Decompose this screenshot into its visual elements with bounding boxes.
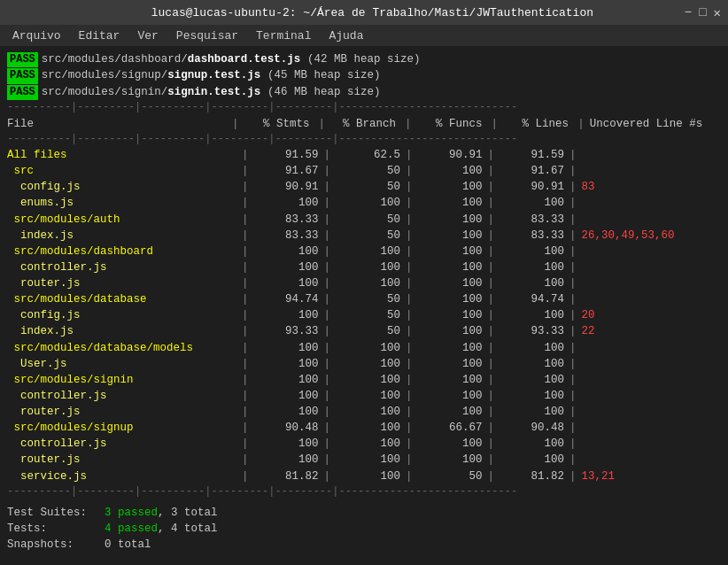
table-row-15: controller.js|100|100|100|100|: [7, 388, 721, 404]
table-row-7: controller.js|100|100|100|100|: [7, 259, 721, 275]
table-row-19: router.js|100|100|100|100|: [7, 452, 721, 468]
maximize-btn[interactable]: □: [699, 5, 706, 20]
terminal-body: PASS src/modules/dashboard/dashboard.tes…: [0, 46, 728, 565]
table-row-3: enums.js|100|100|100|100|: [7, 195, 721, 211]
summary-suites: Test Suites: 3 passed , 3 total: [7, 505, 721, 521]
table-row-4: src/modules/auth|83.33|50|100|83.33|: [7, 212, 721, 228]
cell-file-5: index.js: [7, 228, 242, 244]
suites-value: 3 passed: [105, 505, 158, 521]
minimize-btn[interactable]: −: [685, 5, 692, 20]
cell-uncovered-10: 20: [577, 307, 718, 323]
table-row-6: src/modules/dashboard|100|100|100|100|: [7, 244, 721, 259]
cell-file-0: All files: [7, 147, 242, 163]
table-row-9: src/modules/database|94.74|50|100|94.74|: [7, 291, 721, 307]
cell-file-6: src/modules/dashboard: [7, 244, 242, 259]
cell-uncovered-2: 83: [577, 179, 718, 195]
cell-uncovered-20: 13,21: [577, 468, 718, 484]
pass-line-0: PASS src/modules/dashboard/dashboard.tes…: [7, 51, 721, 67]
title-bar-title: lucas@lucas-ubuntu-2: ~/Área de Trabalho…: [151, 6, 593, 19]
table-row-12: src/modules/database/models|100|100|100|…: [7, 340, 721, 356]
cell-file-16: router.js: [7, 404, 242, 420]
cell-uncovered-5: 26,30,49,53,60: [577, 228, 718, 244]
tests-total: , 4 total: [158, 521, 218, 537]
table-row-11: index.js|93.33|50|100|93.33|22: [7, 323, 721, 339]
menu-editar[interactable]: Editar: [72, 28, 128, 43]
cell-file-15: controller.js: [7, 388, 242, 404]
pass-badge-2: PASS: [7, 85, 38, 100]
pass-badge-0: PASS: [7, 52, 38, 67]
summary-snapshots: Snapshots: 0 total: [7, 537, 721, 553]
cell-file-19: router.js: [7, 452, 242, 468]
table-row-2: config.js|90.91|50|100|90.91|83: [7, 179, 721, 195]
table-row-20: service.js|81.82|100|50|81.82|13,21: [7, 468, 721, 484]
cell-file-18: controller.js: [7, 436, 242, 452]
suites-total: , 3 total: [158, 505, 218, 521]
menu-pesquisar[interactable]: Pesquisar: [169, 28, 245, 43]
cell-file-7: controller.js: [7, 259, 242, 275]
tests-label: Tests:: [7, 521, 105, 537]
pass-text-1: src/modules/signup/signup.test.js (45 MB…: [42, 67, 381, 83]
menu-terminal[interactable]: Terminal: [249, 28, 318, 43]
menu-bar: Arquivo Editar Ver Pesquisar Terminal Aj…: [0, 25, 728, 46]
header-lines: % Lines: [500, 116, 576, 132]
snapshots-value: 0 total: [105, 537, 151, 553]
cell-file-4: src/modules/auth: [7, 212, 242, 228]
cell-file-9: src/modules/database: [7, 291, 242, 307]
cell-file-11: index.js: [7, 323, 242, 339]
cell-file-12: src/modules/database/models: [7, 340, 242, 356]
table-row-1: src|91.67|50|100|91.67|: [7, 163, 721, 179]
table-rows-container: All files|91.59|62.5|90.91|91.59| src|91…: [7, 147, 721, 484]
suites-label: Test Suites:: [7, 505, 105, 521]
header-branch: % Branch: [327, 116, 403, 132]
cell-file-20: service.js: [7, 468, 242, 484]
table-row-16: router.js|100|100|100|100|: [7, 404, 721, 420]
table-row-13: User.js|100|100|100|100|: [7, 356, 721, 372]
cell-file-1: src: [7, 163, 242, 179]
close-btn[interactable]: ✕: [714, 5, 721, 20]
header-file: File: [7, 116, 230, 132]
cell-file-2: config.js: [7, 179, 242, 195]
table-row-14: src/modules/signin|100|100|100|100|: [7, 372, 721, 388]
cell-file-10: config.js: [7, 307, 242, 323]
divider-mid: ----------|---------|----------|--------…: [7, 132, 721, 147]
cell-file-14: src/modules/signin: [7, 372, 242, 388]
menu-ver[interactable]: Ver: [130, 28, 165, 43]
pass-text-0: src/modules/dashboard/dashboard.test.js …: [42, 51, 421, 67]
pass-badge-1: PASS: [7, 68, 38, 83]
cell-uncovered-11: 22: [577, 323, 718, 339]
pass-line-2: PASS src/modules/signin/signin.test.js (…: [7, 84, 721, 100]
cell-file-17: src/modules/signup: [7, 420, 242, 436]
pass-text-2: src/modules/signin/signin.test.js (46 MB…: [42, 84, 381, 100]
table-header-row: File | % Stmts | % Branch | % Funcs | % …: [7, 116, 721, 132]
table-row-17: src/modules/signup|90.48|100|66.67|90.48…: [7, 420, 721, 436]
header-stmts: % Stmts: [241, 116, 317, 132]
divider-top: ----------|---------|----------|--------…: [7, 100, 721, 115]
menu-ajuda[interactable]: Ajuda: [321, 28, 370, 43]
table-row-18: controller.js|100|100|100|100|: [7, 436, 721, 452]
summary-tests: Tests: 4 passed , 4 total: [7, 521, 721, 537]
title-bar: lucas@lucas-ubuntu-2: ~/Área de Trabalho…: [0, 0, 728, 25]
table-row-5: index.js|83.33|50|100|83.33|26,30,49,53,…: [7, 228, 721, 244]
pass-line-1: PASS src/modules/signup/signup.test.js (…: [7, 67, 721, 83]
table-row-0: All files|91.59|62.5|90.91|91.59|: [7, 147, 721, 163]
tests-value: 4 passed: [105, 521, 158, 537]
cell-file-3: enums.js: [7, 195, 242, 211]
menu-arquivo[interactable]: Arquivo: [5, 28, 68, 43]
cell-file-13: User.js: [7, 356, 242, 372]
summary-section: Test Suites: 3 passed , 3 total Tests: 4…: [7, 505, 721, 553]
table-row-8: router.js|100|100|100|100|: [7, 275, 721, 291]
snapshots-label: Snapshots:: [7, 537, 105, 553]
divider-bot: ----------|---------|----------|--------…: [7, 484, 721, 499]
header-funcs: % Funcs: [414, 116, 490, 132]
cell-file-8: router.js: [7, 275, 242, 291]
header-uncovered: Uncovered Line #s: [586, 116, 721, 132]
table-row-10: config.js|100|50|100|100|20: [7, 307, 721, 323]
